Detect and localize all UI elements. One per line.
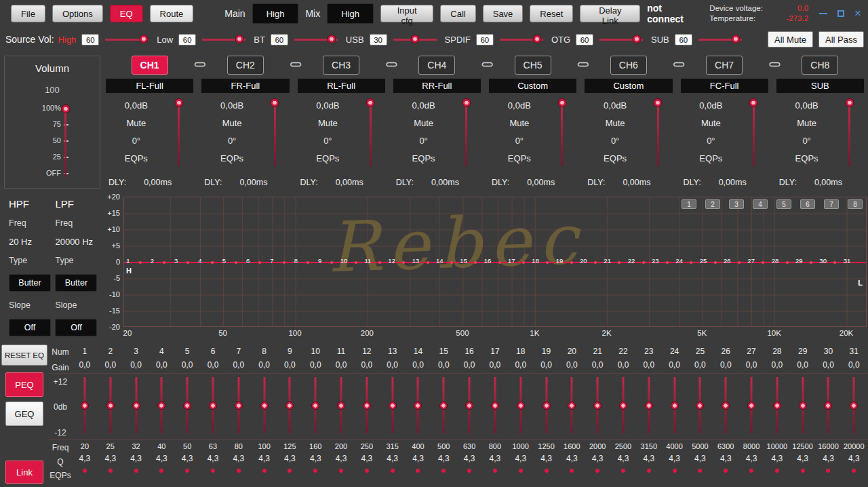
channel-link-icon[interactable]: ⊂⊃ — [481, 59, 492, 69]
channel-gain-value[interactable]: 0,0dB — [389, 97, 458, 115]
source-input-value[interactable]: 60 — [178, 34, 196, 45]
slider-thumb[interactable] — [557, 98, 566, 107]
band-gain-slider[interactable] — [252, 372, 277, 438]
channel-level-slider[interactable] — [366, 98, 376, 166]
delay-value[interactable]: 0,00ms — [336, 178, 363, 187]
lpf-type-button[interactable]: Butter — [55, 274, 97, 292]
graph-band-dot[interactable] — [186, 261, 189, 264]
band-gain-slider[interactable] — [123, 372, 149, 438]
channel-link-icon[interactable]: ⊂⊃ — [385, 59, 396, 69]
slider-thumb[interactable] — [633, 35, 642, 43]
channel-button-ch8[interactable]: CH8 — [802, 56, 838, 75]
slider-thumb[interactable] — [747, 402, 755, 410]
main-level-button[interactable]: High — [252, 3, 299, 24]
save-button[interactable]: Save — [483, 5, 524, 22]
channel-phase-button[interactable]: 0° — [485, 132, 554, 150]
channel-eqps-button[interactable]: EQPs — [197, 150, 267, 168]
channel-gain-value[interactable]: 0,0dB — [294, 97, 363, 115]
channel-eqps-button[interactable]: EQPs — [389, 150, 458, 168]
channel-level-slider[interactable] — [174, 98, 184, 166]
channel-link-icon[interactable]: ⊂⊃ — [673, 59, 684, 69]
slider-thumb[interactable] — [654, 98, 663, 107]
source-input-slider[interactable] — [500, 35, 543, 44]
memory-button-1[interactable]: 1 — [682, 199, 696, 209]
slider-thumb[interactable] — [542, 402, 551, 410]
channel-level-slider[interactable] — [462, 98, 471, 166]
channel-gain-value[interactable]: 0,0dB — [772, 97, 842, 115]
band-gain-slider[interactable] — [585, 372, 610, 438]
band-eqp-dot[interactable] — [621, 469, 625, 473]
reset-button[interactable]: Reset — [530, 5, 573, 22]
slider-thumb[interactable] — [235, 402, 243, 410]
slider-thumb[interactable] — [462, 98, 471, 107]
link-button[interactable]: Link — [5, 461, 43, 484]
band-gain-slider[interactable] — [354, 372, 380, 438]
channel-mute-button[interactable]: Mute — [102, 115, 171, 132]
graph-band-dot[interactable] — [570, 261, 573, 264]
slider-thumb[interactable] — [671, 402, 679, 410]
file-button[interactable]: File — [11, 5, 45, 22]
channel-button-ch5[interactable]: CH5 — [515, 56, 551, 75]
source-input-slider[interactable] — [294, 35, 338, 44]
options-button[interactable]: Options — [52, 5, 103, 22]
band-eqp-dot[interactable] — [595, 469, 599, 473]
channel-phase-button[interactable]: 0° — [580, 132, 650, 150]
slider-thumb[interactable] — [696, 402, 704, 410]
channel-gain-value[interactable]: 0,0dB — [580, 97, 650, 115]
channel-mode-button[interactable]: FR-Full — [201, 78, 290, 94]
channel-mode-button[interactable]: FC-Full — [680, 78, 769, 94]
slider-thumb[interactable] — [106, 402, 115, 410]
channel-mode-button[interactable]: FL-Full — [105, 78, 194, 94]
band-gain-slider[interactable] — [534, 372, 559, 438]
band-gain-slider[interactable] — [277, 372, 303, 438]
slider-thumb[interactable] — [209, 402, 217, 410]
band-gain-slider[interactable] — [200, 372, 226, 438]
channel-gain-value[interactable]: 0,0dB — [197, 97, 267, 115]
source-input-slider[interactable] — [393, 35, 437, 44]
memory-button-2[interactable]: 2 — [705, 199, 720, 209]
graph-band-dot[interactable] — [786, 261, 789, 264]
band-gain-slider[interactable] — [72, 372, 98, 438]
band-gain-slider[interactable] — [431, 372, 456, 438]
close-icon[interactable]: × — [854, 9, 861, 18]
channel-link-icon[interactable]: ⊂⊃ — [290, 59, 300, 69]
channel-eqps-button[interactable]: EQPs — [580, 150, 650, 168]
band-gain-slider[interactable] — [482, 372, 508, 438]
graph-band-dot[interactable] — [810, 261, 812, 264]
band-eqp-dot[interactable] — [570, 469, 574, 473]
channel-mute-button[interactable]: Mute — [580, 115, 650, 132]
graph-band-dot[interactable] — [235, 261, 237, 264]
slider-thumb[interactable] — [799, 402, 807, 410]
channel-level-slider[interactable] — [749, 98, 759, 166]
slider-thumb[interactable] — [731, 35, 740, 43]
delay-value[interactable]: 0,00ms — [431, 178, 459, 187]
graph-band-dot[interactable] — [666, 261, 669, 264]
channel-mute-button[interactable]: Mute — [197, 115, 267, 132]
graph-band-dot[interactable] — [762, 261, 764, 264]
graph-band-dot[interactable] — [618, 261, 620, 264]
memory-button-5[interactable]: 5 — [776, 199, 791, 209]
band-eqp-dot[interactable] — [673, 469, 677, 473]
delay-value[interactable]: 0,00ms — [527, 178, 555, 187]
band-eqp-dot[interactable] — [262, 469, 267, 473]
band-eqp-dot[interactable] — [749, 469, 753, 473]
source-input-value[interactable]: 60 — [476, 34, 494, 45]
band-gain-slider[interactable] — [764, 372, 790, 438]
band-eqp-dot[interactable] — [339, 469, 343, 473]
input-cfg-button[interactable]: Input cfg — [380, 5, 433, 22]
source-input-value[interactable]: 30 — [370, 34, 387, 45]
graph-band-dot[interactable] — [450, 261, 453, 264]
call-button[interactable]: Call — [440, 5, 475, 22]
channel-link-icon[interactable]: ⊂⊃ — [576, 59, 587, 69]
slider-thumb[interactable] — [414, 402, 422, 410]
channel-button-ch7[interactable]: CH7 — [706, 56, 743, 75]
slider-thumb[interactable] — [363, 402, 371, 410]
memory-button-4[interactable]: 4 — [753, 199, 768, 209]
band-gain-slider[interactable] — [738, 372, 764, 438]
graph-band-dot[interactable] — [163, 261, 165, 264]
slider-thumb[interactable] — [366, 98, 375, 107]
mix-level-button[interactable]: High — [327, 3, 374, 24]
hpf-freq-value[interactable]: 20 Hz — [9, 237, 52, 247]
slider-thumb[interactable] — [337, 402, 345, 410]
band-eqp-dot[interactable] — [211, 469, 215, 473]
